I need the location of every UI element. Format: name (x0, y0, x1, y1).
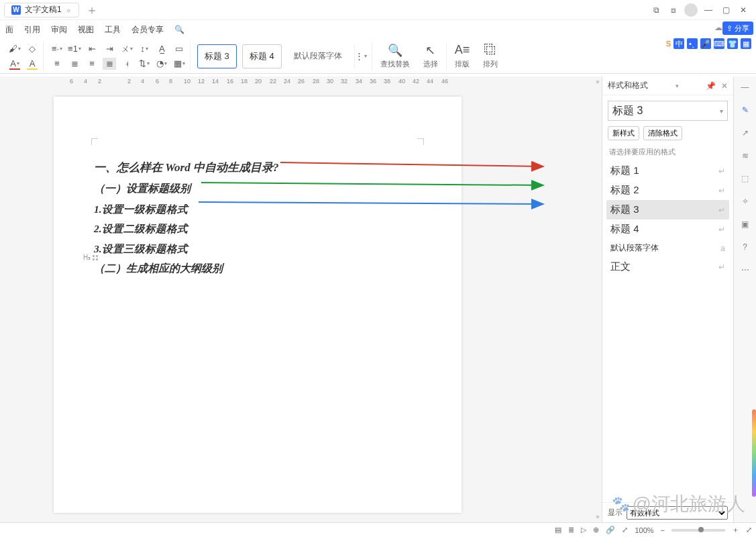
pinyin-icon[interactable]: ㄨ (120, 43, 133, 55)
find-replace-button[interactable]: 🔍 查找替换 (375, 43, 415, 69)
status-bar: ▤ ≣ ▷ ⊕ 🔗 ⤢ 100% − ＋ ⤢ (0, 522, 756, 537)
pointer-icon[interactable]: ↗ (739, 126, 752, 140)
bullets-icon[interactable]: ≡· (50, 43, 64, 55)
zoom-value[interactable]: 100% (635, 526, 653, 534)
char-border1-icon[interactable]: A̲ (155, 43, 168, 55)
document-line[interactable]: 一、怎么样在 Word 中自动生成目录? (94, 157, 421, 179)
zoom-slider[interactable] (671, 529, 725, 532)
cube-icon[interactable]: ⧈ (665, 1, 682, 19)
ime-punct-icon[interactable]: •ˎ (687, 38, 698, 49)
style-list-item[interactable]: 标题 2↵ (606, 181, 729, 200)
style-more-icon[interactable]: ⋮ (354, 44, 368, 68)
minimize-button[interactable]: ― (700, 1, 717, 19)
share-icon: ⇪ (726, 24, 733, 33)
pencil-icon[interactable]: ✎ (739, 103, 752, 117)
share-button[interactable]: ⇪ 分享 (722, 21, 753, 35)
search-icon[interactable]: 🔍 (174, 25, 184, 34)
share-label: 分享 (735, 23, 749, 34)
footer-filter-select[interactable]: 有效样式 (627, 506, 728, 520)
ime-grid-icon[interactable]: ▦ (741, 38, 751, 49)
ime-lang[interactable]: 中 (673, 38, 684, 49)
current-style-dropdown[interactable]: 标题 3 ▾ (608, 101, 728, 121)
sliders-icon[interactable]: ≋ (739, 149, 752, 162)
view-page-icon[interactable]: ▤ (555, 526, 561, 534)
menu-item-huiyuan[interactable]: 会员专享 (131, 24, 164, 36)
layout-icon[interactable]: ⧉ (647, 1, 665, 19)
format-painter-icon[interactable]: 🖌 (8, 43, 21, 55)
panel-close-icon[interactable]: ✕ (721, 81, 728, 91)
pin-icon[interactable]: 📌 (706, 81, 716, 91)
tab-close-icon[interactable]: ∘ (66, 5, 72, 15)
menu-item-yinyong[interactable]: 引用 (24, 24, 40, 36)
document-line[interactable]: （一）设置标题级别 (94, 179, 421, 199)
help-icon[interactable]: ? (739, 240, 752, 254)
numbering-icon[interactable]: ≡1 (68, 43, 81, 55)
zoom-in-icon[interactable]: ＋ (732, 525, 739, 535)
style-list-item[interactable]: 标题 1↵ (606, 161, 729, 181)
zoom-out-icon[interactable]: − (661, 526, 665, 534)
menu-item-shenyue[interactable]: 审阅 (51, 24, 67, 36)
close-button[interactable]: ✕ (735, 1, 752, 19)
fullscreen-icon[interactable]: ⤢ (746, 526, 752, 534)
clear-style-button[interactable]: 清除格式 (643, 126, 682, 140)
ime-mic-icon[interactable]: 🎤 (700, 38, 711, 49)
style-list-item[interactable]: 标题 3↵ (606, 200, 729, 219)
align-center-icon[interactable]: ≣ (68, 58, 81, 70)
fit-width-icon[interactable]: ⤢ (622, 526, 628, 534)
more-icon[interactable]: ⋯ (739, 263, 752, 277)
panel-title: 样式和格式 (608, 80, 648, 91)
collapse-icon[interactable]: — (739, 81, 752, 94)
line-spacing-icon[interactable]: ⇅ (138, 58, 151, 70)
style-heading3[interactable]: 标题 3 (197, 44, 237, 68)
sparkle-icon[interactable]: ✧ (739, 195, 752, 208)
align-left-icon[interactable]: ≡ (50, 58, 64, 70)
font-color-icon[interactable]: A (8, 58, 21, 70)
text-dir-icon[interactable]: ↕ (138, 43, 151, 55)
ime-tray: S 中 •ˎ 🎤 ⌨ 👕 ▦ (664, 37, 753, 50)
view-web-icon[interactable]: ⊕ (593, 526, 599, 534)
indent-dec-icon[interactable]: ⇤ (85, 43, 99, 55)
user-avatar[interactable] (682, 1, 700, 19)
style-list-item[interactable]: 正文↵ (606, 257, 729, 277)
align-right-icon[interactable]: ≡ (85, 58, 99, 70)
menu-item-mian[interactable]: 面 (5, 24, 13, 36)
menu-item-gongju[interactable]: 工具 (105, 24, 121, 36)
distribute-icon[interactable]: ⫞ (120, 58, 133, 70)
menu-item-shitu[interactable]: 视图 (78, 24, 94, 36)
eye-icon[interactable]: ▣ (739, 217, 752, 231)
new-style-button[interactable]: 新样式 (608, 126, 639, 140)
new-tab-button[interactable]: ＋ (86, 2, 98, 18)
cloud-icon[interactable]: ☁ (714, 23, 722, 32)
view-link-icon[interactable]: 🔗 (606, 526, 615, 534)
maximize-button[interactable]: ▢ (717, 1, 735, 19)
indent-inc-icon[interactable]: ⇥ (103, 43, 116, 55)
align-justify-icon[interactable]: ≣ (103, 58, 116, 70)
document-tab[interactable]: W 文字文稿1 ∘ (4, 3, 79, 17)
ime-keyboard-icon[interactable]: ⌨ (714, 38, 724, 49)
document-title: 文字文稿1 (25, 4, 62, 15)
view-read-icon[interactable]: ▷ (581, 526, 586, 534)
scrollbar[interactable] (596, 79, 599, 520)
select-button[interactable]: ↖ 选择 (418, 43, 443, 69)
document-line[interactable]: 3.设置三级标题格式 (94, 239, 421, 258)
layout-button[interactable]: A≡ 排版 (449, 43, 476, 69)
view-outline-icon[interactable]: ≣ (568, 526, 574, 534)
document-line[interactable]: 2.设置二级标题格式 (94, 219, 421, 238)
arrange-button[interactable]: ⿻ 排列 (478, 43, 503, 69)
document-page[interactable]: 一、怎么样在 Word 中自动生成目录?（一）设置标题级别1.设置一级标题格式2… (54, 97, 462, 513)
clear-format-icon[interactable]: ◇ (25, 43, 39, 55)
borders-icon[interactable]: ▦ (172, 58, 186, 70)
style-list-item[interactable]: 默认段落字体a (606, 239, 729, 257)
shading-icon[interactable]: ◔ (155, 58, 168, 70)
document-line[interactable]: （二）生成相应的大纲级别 (94, 258, 421, 279)
style-list-item[interactable]: 标题 4↵ (606, 219, 729, 239)
char-border2-icon[interactable]: ▭ (172, 43, 186, 55)
document-line[interactable]: 1.设置一级标题格式 (94, 199, 421, 219)
object-icon[interactable]: ⬚ (739, 172, 752, 185)
style-heading4[interactable]: 标题 4 (242, 44, 282, 68)
ime-skin-icon[interactable]: 👕 (727, 38, 738, 49)
style-default-font[interactable]: 默认段落字体 (287, 44, 349, 68)
horizontal-ruler[interactable]: 6422468101214161820222426283032343638404… (54, 77, 588, 86)
highlight-icon[interactable]: A (25, 58, 39, 70)
search-icon: 🔍 (388, 43, 402, 58)
